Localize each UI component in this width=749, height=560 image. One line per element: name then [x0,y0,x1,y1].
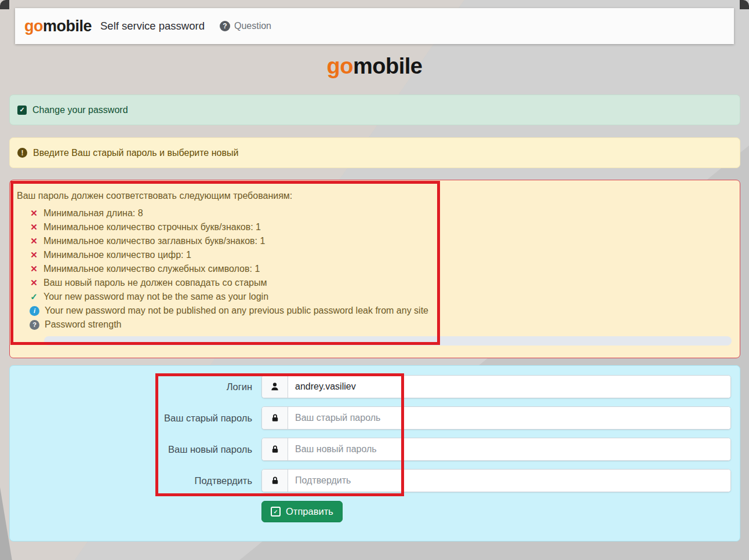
requirement-item: ✕ Минимальное количество заглавных букв/… [30,234,733,248]
navbar-title: Self service password [100,20,205,32]
requirement-item: ✕ Ваш новый пароль не должен совпадать с… [30,276,733,290]
check-square-icon: ✓ [17,106,27,115]
alert-warning-text: Введите Ваш старый пароль и выберите нов… [33,148,238,158]
person-icon [262,376,288,398]
requirement-item: ✕ Минимальная длина: 8 [30,206,733,220]
exclamation-circle-icon: ! [17,148,27,158]
alert-success-text: Change your password [32,105,128,115]
hero-logo-go: go [327,54,353,78]
x-icon: ✕ [30,236,38,246]
password-strength-bar [44,336,732,346]
question-link[interactable]: ? Question [220,21,271,31]
requirement-item: i Your new password may not be published… [30,304,733,318]
requirement-item: ✕ Минимальное количество строчных букв/з… [30,220,733,234]
requirement-text: Минимальная длина: 8 [43,208,143,219]
new-password-input-group [261,438,731,461]
submit-button[interactable]: ✓ Отправить [261,501,343,522]
page: gomobile Self service password ? Questio… [0,0,749,560]
requirement-text: Минимальное количество строчных букв/зна… [43,222,261,232]
window-corner [740,0,749,9]
requirement-item: ✓ Your new password may not be the same … [30,290,733,304]
old-password-label: Ваш старый пароль [19,413,252,424]
requirement-text: Минимальное количество служебных символо… [43,264,260,274]
navbar: gomobile Self service password ? Questio… [15,8,734,44]
info-circle-icon: i [30,306,39,316]
x-icon: ✕ [30,222,38,232]
old-password-input-group [261,406,731,430]
change-password-form: Логин Ваш старый пароль Ваш новый пароль [9,365,740,541]
login-input[interactable] [288,376,730,398]
confirm-password-input[interactable] [288,470,730,492]
form-row-login: Логин [19,376,731,398]
navbar-logo[interactable]: gomobile [24,17,92,35]
alert-success: ✓ Change your password [9,94,740,125]
requirements-intro: Ваш пароль должен соответствовать следую… [17,191,733,201]
new-password-label: Ваш новый пароль [19,444,252,455]
question-label: Question [234,21,271,31]
x-icon: ✕ [30,264,38,274]
hero-logo-mobile: mobile [353,54,422,78]
requirement-text: Ваш новый пароль не должен совпадать со … [43,278,267,288]
alert-warning: ! Введите Ваш старый пароль и выберите н… [9,137,740,168]
new-password-input[interactable] [288,438,730,460]
login-label: Логин [19,381,252,392]
login-input-group [261,375,731,398]
confirm-password-input-group [261,469,731,492]
requirement-text: Password strength [45,319,122,330]
form-row-new-password: Ваш новый пароль [19,438,731,460]
requirement-text: Минимальное количество заглавных букв/зн… [43,236,265,246]
form-row-old-password: Ваш старый пароль [19,407,731,429]
x-icon: ✕ [30,250,38,260]
confirm-password-label: Подтвердить [19,475,252,486]
password-requirements-panel: Ваш пароль должен соответствовать следую… [9,180,740,358]
navbar-logo-mobile: mobile [43,17,92,35]
question-circle-icon: ? [30,320,39,330]
submit-label: Отправить [286,506,333,517]
navbar-logo-go: go [24,17,43,35]
requirement-text: Минимальное количество цифр: 1 [43,250,191,260]
requirements-list: ✕ Минимальная длина: 8 ✕ Минимальное кол… [17,206,733,332]
old-password-input[interactable] [288,407,730,429]
lock-icon [262,438,288,460]
check-square-icon: ✓ [271,507,281,517]
x-icon: ✕ [30,278,38,288]
submit-row: ✓ Отправить [261,501,731,522]
requirement-text: Your new password may not be the same as… [43,292,268,302]
requirement-item: ✕ Минимальное количество цифр: 1 [30,248,733,262]
lock-icon [262,407,288,429]
requirement-text: Your new password may not be published o… [45,306,428,316]
window-corner [0,0,9,9]
requirement-item: ? Password strength [30,318,733,332]
lock-icon [262,470,288,492]
hero-logo: gomobile [0,54,749,79]
requirement-item: ✕ Минимальное количество служебных симво… [30,262,733,276]
check-icon: ✓ [30,292,38,302]
form-row-confirm-password: Подтвердить [19,470,731,492]
x-icon: ✕ [30,208,38,219]
question-circle-icon: ? [220,21,230,31]
